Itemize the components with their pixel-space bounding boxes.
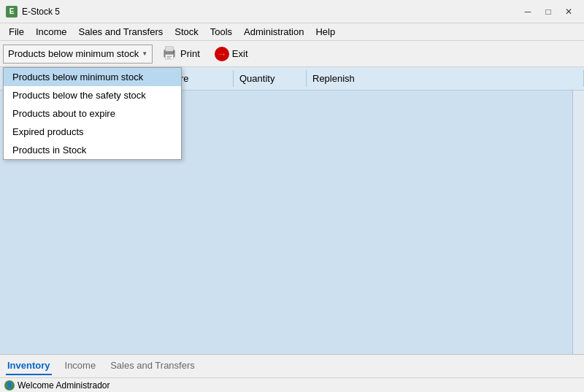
maximize-button[interactable]: □	[539, 4, 558, 20]
menu-bar: File Income Sales and Transfers Stock To…	[0, 23, 584, 41]
window-controls: ─ □ ✕	[518, 4, 578, 20]
tab-sales[interactable]: Sales and Transfers	[109, 357, 196, 375]
print-button[interactable]: Print	[155, 44, 206, 64]
menu-stock[interactable]: Stock	[169, 23, 204, 40]
exit-button[interactable]: → Exit	[209, 44, 254, 64]
svg-point-5	[173, 51, 174, 53]
menu-administration[interactable]: Administration	[238, 23, 310, 40]
svg-rect-3	[166, 56, 172, 57]
menu-help[interactable]: Help	[310, 23, 341, 40]
app-title: E-Stock 5	[22, 7, 518, 17]
status-text: Welcome Administrador	[18, 380, 110, 391]
tab-inventory[interactable]: Inventory	[6, 357, 52, 375]
dropdown-item-4[interactable]: Products in Stock	[4, 141, 181, 159]
dropdown-item-1[interactable]: Products below the safety stock	[4, 86, 181, 104]
menu-sales[interactable]: Sales and Transfers	[73, 23, 169, 40]
scrollbar-vertical[interactable]	[572, 67, 584, 354]
dropdown-item-2[interactable]: Products about to expire	[4, 104, 181, 123]
svg-rect-4	[166, 58, 170, 58]
status-bar: 👤 Welcome Administrador	[0, 377, 584, 392]
bottom-tabs: Inventory Income Sales and Transfers	[0, 354, 584, 377]
col-quantity: Quantity	[234, 70, 307, 87]
close-button[interactable]: ✕	[559, 4, 578, 20]
app-icon: E	[6, 6, 18, 18]
user-icon: 👤	[4, 380, 15, 391]
menu-file[interactable]: File	[3, 23, 30, 40]
tab-income[interactable]: Income	[64, 357, 98, 375]
dropdown-arrow-icon: ▼	[142, 50, 147, 57]
dropdown-item-0[interactable]: Products below minimum stock	[4, 68, 181, 86]
toolbar: Products below minimum stock ▼ Print → E…	[0, 41, 584, 67]
print-label: Print	[180, 48, 200, 59]
report-dropdown[interactable]: Products below minimum stock ▼	[3, 45, 153, 64]
title-bar: E E-Stock 5 ─ □ ✕	[0, 0, 584, 23]
printer-icon	[161, 45, 177, 62]
dropdown-label: Products below minimum stock	[8, 48, 139, 59]
dropdown-item-3[interactable]: Expired products	[4, 123, 181, 141]
exit-label: Exit	[232, 48, 248, 59]
minimize-button[interactable]: ─	[518, 4, 537, 20]
menu-income[interactable]: Income	[30, 23, 73, 40]
col-replenish: Replenish	[307, 70, 584, 87]
svg-rect-1	[166, 47, 174, 51]
menu-tools[interactable]: Tools	[204, 23, 238, 40]
exit-icon: →	[215, 47, 229, 61]
dropdown-menu: Products below minimum stock Products be…	[3, 67, 182, 160]
